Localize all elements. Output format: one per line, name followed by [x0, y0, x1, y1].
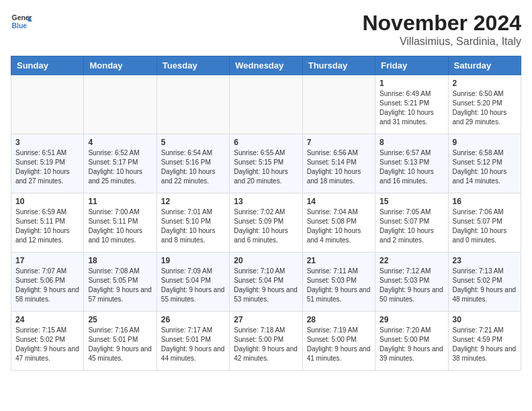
calendar-cell: 12Sunrise: 7:01 AMSunset: 5:10 PMDayligh… — [157, 193, 229, 253]
calendar-cell — [84, 75, 157, 134]
calendar-cell — [11, 75, 84, 134]
day-info: Sunrise: 7:10 AMSunset: 5:04 PMDaylight:… — [234, 267, 298, 304]
day-number: 15 — [380, 197, 443, 206]
calendar-cell: 9Sunrise: 6:58 AMSunset: 5:12 PMDaylight… — [448, 134, 521, 193]
calendar-cell: 24Sunrise: 7:15 AMSunset: 5:02 PMDayligh… — [11, 312, 84, 371]
day-info: Sunrise: 7:11 AMSunset: 5:03 PMDaylight:… — [307, 267, 371, 304]
day-info: Sunrise: 7:00 AMSunset: 5:11 PMDaylight:… — [88, 208, 152, 245]
day-info: Sunrise: 6:51 AMSunset: 5:19 PMDaylight:… — [15, 148, 79, 186]
day-number: 3 — [15, 138, 79, 147]
day-info: Sunrise: 7:08 AMSunset: 5:05 PMDaylight:… — [88, 267, 152, 304]
calendar-cell: 11Sunrise: 7:00 AMSunset: 5:11 PMDayligh… — [84, 193, 157, 253]
calendar-cell: 28Sunrise: 7:19 AMSunset: 5:00 PMDayligh… — [302, 312, 375, 371]
calendar-cell — [302, 75, 375, 134]
day-info: Sunrise: 7:01 AMSunset: 5:10 PMDaylight:… — [161, 208, 225, 245]
day-number: 27 — [234, 315, 298, 324]
logo-icon: General Blue — [11, 11, 32, 32]
day-info: Sunrise: 6:52 AMSunset: 5:17 PMDaylight:… — [88, 148, 152, 186]
week-row-5: 24Sunrise: 7:15 AMSunset: 5:02 PMDayligh… — [11, 312, 521, 371]
day-info: Sunrise: 6:57 AMSunset: 5:13 PMDaylight:… — [380, 148, 443, 186]
calendar-cell: 21Sunrise: 7:11 AMSunset: 5:03 PMDayligh… — [302, 253, 375, 312]
day-number: 9 — [453, 138, 517, 147]
calendar-cell: 19Sunrise: 7:09 AMSunset: 5:04 PMDayligh… — [157, 253, 229, 312]
logo: General Blue — [11, 11, 32, 32]
day-number: 29 — [380, 315, 443, 324]
day-number: 8 — [380, 138, 443, 147]
calendar-cell: 7Sunrise: 6:56 AMSunset: 5:14 PMDaylight… — [302, 134, 375, 193]
calendar-cell: 27Sunrise: 7:18 AMSunset: 5:00 PMDayligh… — [230, 312, 302, 371]
calendar-cell: 26Sunrise: 7:17 AMSunset: 5:01 PMDayligh… — [157, 312, 229, 371]
day-of-week-thursday: Thursday — [302, 56, 375, 75]
calendar-cell: 1Sunrise: 6:49 AMSunset: 5:21 PMDaylight… — [375, 75, 448, 134]
calendar-cell: 18Sunrise: 7:08 AMSunset: 5:05 PMDayligh… — [84, 253, 157, 312]
day-info: Sunrise: 7:04 AMSunset: 5:08 PMDaylight:… — [307, 208, 371, 245]
day-number: 6 — [234, 138, 298, 147]
calendar-cell: 23Sunrise: 7:13 AMSunset: 5:02 PMDayligh… — [448, 253, 521, 312]
calendar-table: SundayMondayTuesdayWednesdayThursdayFrid… — [11, 56, 521, 371]
day-number: 19 — [161, 256, 225, 265]
calendar-cell — [157, 75, 229, 134]
calendar-cell: 25Sunrise: 7:16 AMSunset: 5:01 PMDayligh… — [84, 312, 157, 371]
day-info: Sunrise: 7:17 AMSunset: 5:01 PMDaylight:… — [161, 326, 225, 363]
day-info: Sunrise: 7:09 AMSunset: 5:04 PMDaylight:… — [161, 267, 225, 304]
day-number: 20 — [234, 256, 298, 265]
day-number: 14 — [307, 197, 371, 206]
calendar-cell — [230, 75, 302, 134]
day-number: 1 — [380, 79, 443, 88]
calendar-cell: 16Sunrise: 7:06 AMSunset: 5:07 PMDayligh… — [448, 193, 521, 253]
day-of-week-monday: Monday — [84, 56, 157, 75]
day-number: 13 — [234, 197, 298, 206]
location: Villasimius, Sardinia, Italy — [362, 36, 521, 48]
day-number: 2 — [453, 79, 517, 88]
day-info: Sunrise: 7:21 AMSunset: 4:59 PMDaylight:… — [453, 326, 517, 363]
day-number: 11 — [88, 197, 152, 206]
day-number: 12 — [161, 197, 225, 206]
calendar-cell: 22Sunrise: 7:12 AMSunset: 5:03 PMDayligh… — [375, 253, 448, 312]
day-number: 4 — [88, 138, 152, 147]
day-info: Sunrise: 7:05 AMSunset: 5:07 PMDaylight:… — [380, 208, 443, 245]
day-number: 28 — [307, 315, 371, 324]
day-info: Sunrise: 6:56 AMSunset: 5:14 PMDaylight:… — [307, 148, 371, 186]
day-info: Sunrise: 6:59 AMSunset: 5:11 PMDaylight:… — [15, 208, 79, 245]
day-of-week-saturday: Saturday — [448, 56, 521, 75]
calendar-cell: 14Sunrise: 7:04 AMSunset: 5:08 PMDayligh… — [302, 193, 375, 253]
day-info: Sunrise: 7:15 AMSunset: 5:02 PMDaylight:… — [15, 326, 79, 363]
day-of-week-header-row: SundayMondayTuesdayWednesdayThursdayFrid… — [11, 56, 521, 75]
day-of-week-tuesday: Tuesday — [157, 56, 229, 75]
day-info: Sunrise: 7:02 AMSunset: 5:09 PMDaylight:… — [234, 208, 298, 245]
calendar-cell: 29Sunrise: 7:20 AMSunset: 5:00 PMDayligh… — [375, 312, 448, 371]
calendar-cell: 13Sunrise: 7:02 AMSunset: 5:09 PMDayligh… — [230, 193, 302, 253]
calendar-cell: 8Sunrise: 6:57 AMSunset: 5:13 PMDaylight… — [375, 134, 448, 193]
title-block: November 2024 Villasimius, Sardinia, Ita… — [362, 11, 521, 48]
day-info: Sunrise: 7:07 AMSunset: 5:06 PMDaylight:… — [15, 267, 79, 304]
day-info: Sunrise: 7:13 AMSunset: 5:02 PMDaylight:… — [453, 267, 517, 304]
day-number: 17 — [15, 256, 79, 265]
day-number: 18 — [88, 256, 152, 265]
calendar-cell: 15Sunrise: 7:05 AMSunset: 5:07 PMDayligh… — [375, 193, 448, 253]
day-number: 23 — [453, 256, 517, 265]
calendar-cell: 4Sunrise: 6:52 AMSunset: 5:17 PMDaylight… — [84, 134, 157, 193]
calendar-cell: 6Sunrise: 6:55 AMSunset: 5:15 PMDaylight… — [230, 134, 302, 193]
day-number: 25 — [88, 315, 152, 324]
calendar-body: 1Sunrise: 6:49 AMSunset: 5:21 PMDaylight… — [11, 75, 521, 371]
day-number: 24 — [15, 315, 79, 324]
day-number: 10 — [15, 197, 79, 206]
calendar-cell: 2Sunrise: 6:50 AMSunset: 5:20 PMDaylight… — [448, 75, 521, 134]
day-number: 22 — [380, 256, 443, 265]
calendar-cell: 30Sunrise: 7:21 AMSunset: 4:59 PMDayligh… — [448, 312, 521, 371]
calendar-cell: 10Sunrise: 6:59 AMSunset: 5:11 PMDayligh… — [11, 193, 84, 253]
day-info: Sunrise: 6:50 AMSunset: 5:20 PMDaylight:… — [453, 89, 517, 127]
day-of-week-sunday: Sunday — [11, 56, 84, 75]
day-info: Sunrise: 7:12 AMSunset: 5:03 PMDaylight:… — [380, 267, 443, 304]
week-row-4: 17Sunrise: 7:07 AMSunset: 5:06 PMDayligh… — [11, 253, 521, 312]
day-number: 5 — [161, 138, 225, 147]
day-of-week-friday: Friday — [375, 56, 448, 75]
day-info: Sunrise: 6:58 AMSunset: 5:12 PMDaylight:… — [453, 148, 517, 186]
day-info: Sunrise: 7:20 AMSunset: 5:00 PMDaylight:… — [380, 326, 443, 363]
calendar-cell: 20Sunrise: 7:10 AMSunset: 5:04 PMDayligh… — [230, 253, 302, 312]
month-year: November 2024 — [362, 11, 521, 36]
day-info: Sunrise: 7:19 AMSunset: 5:00 PMDaylight:… — [307, 326, 371, 363]
calendar-cell: 17Sunrise: 7:07 AMSunset: 5:06 PMDayligh… — [11, 253, 84, 312]
page-header: General Blue November 2024 Villasimius, … — [11, 11, 521, 48]
svg-text:Blue: Blue — [12, 22, 28, 30]
